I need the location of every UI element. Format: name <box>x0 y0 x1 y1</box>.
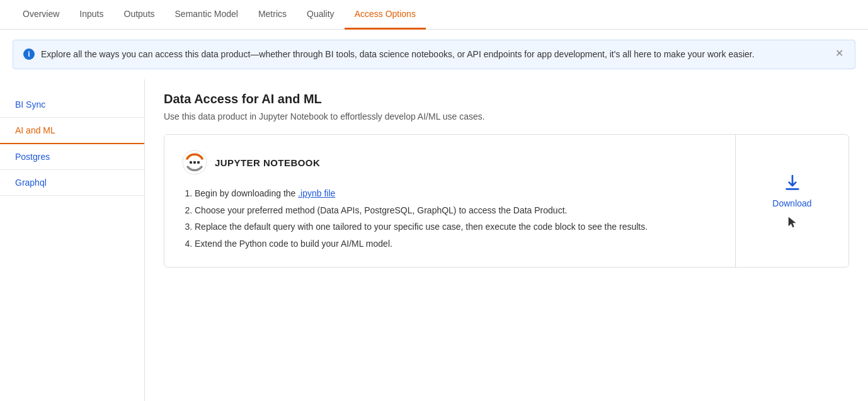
main-layout: BI Sync AI and ML Postgres Graphql Data … <box>0 79 868 401</box>
step-1: Begin by downloading the .ipynb file <box>195 185 717 202</box>
download-panel[interactable]: Download <box>735 135 848 267</box>
step-2-text: Choose your preferred method (Data APIs,… <box>195 205 567 215</box>
step-1-text-before: Begin by downloading the <box>195 188 298 198</box>
step-3: Replace the default query with one tailo… <box>195 218 717 235</box>
tab-access-options[interactable]: Access Options <box>345 0 426 30</box>
content-description: Use this data product in Jupyter Noteboo… <box>164 111 849 121</box>
sidebar-item-postgres[interactable]: Postgres <box>0 144 144 170</box>
sidebar-item-ai-and-ml[interactable]: AI and ML <box>0 118 144 144</box>
tab-overview[interactable]: Overview <box>13 0 69 30</box>
banner-content: i Explore all the ways you can access th… <box>23 48 755 61</box>
content-title: Data Access for AI and ML <box>164 92 849 106</box>
step-4: Extend the Python code to build your AI/… <box>195 235 717 252</box>
svg-point-2 <box>193 161 196 164</box>
tab-outputs[interactable]: Outputs <box>114 0 165 30</box>
sidebar-item-bi-sync[interactable]: BI Sync <box>0 92 144 118</box>
step-2: Choose your preferred method (Data APIs,… <box>195 202 717 219</box>
close-banner-button[interactable]: ✕ <box>833 48 845 59</box>
tab-metrics[interactable]: Metrics <box>248 0 297 30</box>
download-icon <box>782 173 802 193</box>
main-content: Data Access for AI and ML Use this data … <box>145 79 868 401</box>
info-banner: i Explore all the ways you can access th… <box>13 40 855 69</box>
step-4-text: Extend the Python code to build your AI/… <box>195 239 392 249</box>
info-icon: i <box>23 48 35 60</box>
banner-text: Explore all the ways you can access this… <box>41 48 755 61</box>
sidebar-item-graphql[interactable]: Graphql <box>0 170 144 196</box>
top-navigation: Overview Inputs Outputs Semantic Model M… <box>0 0 868 30</box>
svg-point-3 <box>197 161 200 164</box>
notebook-steps: Begin by downloading the .ipynb file Cho… <box>182 185 717 252</box>
jupyter-logo-icon <box>182 150 207 175</box>
download-label: Download <box>772 198 811 208</box>
ipynb-file-link[interactable]: .ipynb file <box>298 188 335 198</box>
notebook-main-panel: JUPYTER NOTEBOOK Begin by downloading th… <box>164 135 735 267</box>
tab-inputs[interactable]: Inputs <box>69 0 113 30</box>
svg-point-1 <box>190 161 192 164</box>
notebook-header: JUPYTER NOTEBOOK <box>182 150 717 175</box>
tab-semantic-model[interactable]: Semantic Model <box>165 0 248 30</box>
tab-quality[interactable]: Quality <box>297 0 345 30</box>
step-3-text: Replace the default query with one tailo… <box>195 222 648 232</box>
notebook-title: JUPYTER NOTEBOOK <box>215 157 320 168</box>
cursor-icon <box>787 216 797 229</box>
sidebar: BI Sync AI and ML Postgres Graphql <box>0 79 145 401</box>
notebook-card: JUPYTER NOTEBOOK Begin by downloading th… <box>164 134 849 268</box>
